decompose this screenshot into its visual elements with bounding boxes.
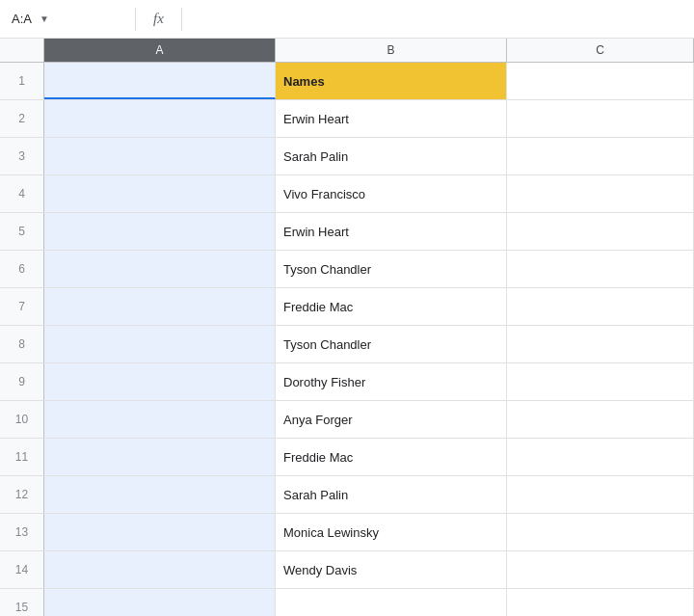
table-row[interactable]: 10Anya Forger <box>0 401 694 439</box>
cell-c-10[interactable] <box>507 401 694 438</box>
table-row[interactable]: 13Monica Lewinsky <box>0 514 694 551</box>
cell-c-11[interactable] <box>507 439 694 475</box>
table-row[interactable]: 12Sarah Palin <box>0 476 694 514</box>
row-number: 10 <box>0 401 44 438</box>
row-number: 3 <box>0 138 44 174</box>
cell-a-4[interactable] <box>44 175 276 212</box>
cell-b-14[interactable]: Wendy Davis <box>276 551 507 588</box>
table-row[interactable]: 8Tyson Chandler <box>0 326 694 363</box>
spreadsheet: A B C 1Names2Erwin Heart3Sarah Palin4Viv… <box>0 39 694 616</box>
cell-c-5[interactable] <box>507 213 694 250</box>
column-headers: A B C <box>0 39 694 63</box>
data-rows: 1Names2Erwin Heart3Sarah Palin4Vivo Fran… <box>0 63 694 616</box>
col-header-c[interactable]: C <box>507 39 694 62</box>
cell-c-4[interactable] <box>507 175 694 212</box>
cell-b-3[interactable]: Sarah Palin <box>276 138 507 174</box>
cell-c-6[interactable] <box>507 251 694 287</box>
table-row[interactable]: 15 <box>0 589 694 616</box>
cell-reference[interactable]: A:A ▼ <box>8 10 123 28</box>
row-number: 7 <box>0 288 44 325</box>
row-number: 2 <box>0 100 44 137</box>
cell-a-3[interactable] <box>44 138 276 174</box>
cell-a-8[interactable] <box>44 326 276 362</box>
cell-c-14[interactable] <box>507 551 694 588</box>
row-number: 4 <box>0 175 44 212</box>
cell-a-2[interactable] <box>44 100 276 137</box>
table-row[interactable]: 11Freddie Mac <box>0 439 694 476</box>
row-number: 9 <box>0 363 44 400</box>
formula-bar: A:A ▼ fx <box>0 0 694 39</box>
row-number: 5 <box>0 213 44 250</box>
cell-c-9[interactable] <box>507 363 694 400</box>
table-row[interactable]: 14Wendy Davis <box>0 551 694 589</box>
cell-c-15[interactable] <box>507 589 694 616</box>
table-row[interactable]: 5Erwin Heart <box>0 213 694 251</box>
cell-a-6[interactable] <box>44 251 276 287</box>
cell-a-1[interactable] <box>44 63 276 99</box>
row-num-header <box>0 39 44 62</box>
table-row[interactable]: 4Vivo Francisco <box>0 175 694 213</box>
cell-b-13[interactable]: Monica Lewinsky <box>276 514 507 550</box>
cell-c-1[interactable] <box>507 63 694 99</box>
cell-b-10[interactable]: Anya Forger <box>276 401 507 438</box>
cell-b-8[interactable]: Tyson Chandler <box>276 326 507 362</box>
formula-bar-divider1 <box>135 8 136 31</box>
cell-a-15[interactable] <box>44 589 276 616</box>
cell-c-13[interactable] <box>507 514 694 550</box>
cell-a-5[interactable] <box>44 213 276 250</box>
row-number: 14 <box>0 551 44 588</box>
cell-b-7[interactable]: Freddie Mac <box>276 288 507 325</box>
cell-a-9[interactable] <box>44 363 276 400</box>
cell-b-4[interactable]: Vivo Francisco <box>276 175 507 212</box>
cell-a-10[interactable] <box>44 401 276 438</box>
cell-a-11[interactable] <box>44 439 276 475</box>
cell-b-5[interactable]: Erwin Heart <box>276 213 507 250</box>
cell-b-6[interactable]: Tyson Chandler <box>276 251 507 287</box>
cell-a-12[interactable] <box>44 476 276 513</box>
table-row[interactable]: 7Freddie Mac <box>0 288 694 326</box>
cell-b-2[interactable]: Erwin Heart <box>276 100 507 137</box>
cell-c-8[interactable] <box>507 326 694 362</box>
cell-b-1[interactable]: Names <box>276 63 507 99</box>
cell-ref-dropdown-icon[interactable]: ▼ <box>40 13 49 24</box>
table-row[interactable]: 6Tyson Chandler <box>0 251 694 288</box>
table-row[interactable]: 9Dorothy Fisher <box>0 363 694 401</box>
row-number: 11 <box>0 439 44 475</box>
cell-b-9[interactable]: Dorothy Fisher <box>276 363 507 400</box>
table-row[interactable]: 1Names <box>0 63 694 100</box>
cell-a-13[interactable] <box>44 514 276 550</box>
cell-a-7[interactable] <box>44 288 276 325</box>
row-number: 8 <box>0 326 44 362</box>
cell-c-3[interactable] <box>507 138 694 174</box>
row-number: 12 <box>0 476 44 513</box>
col-header-a[interactable]: A <box>44 39 276 62</box>
cell-b-12[interactable]: Sarah Palin <box>276 476 507 513</box>
col-header-b[interactable]: B <box>276 39 507 62</box>
table-row[interactable]: 2Erwin Heart <box>0 100 694 138</box>
formula-icon: fx <box>147 11 170 27</box>
row-number: 6 <box>0 251 44 287</box>
formula-bar-divider2 <box>181 8 182 31</box>
cell-b-11[interactable]: Freddie Mac <box>276 439 507 475</box>
cell-b-15[interactable] <box>276 589 507 616</box>
cell-a-14[interactable] <box>44 551 276 588</box>
row-number: 1 <box>0 63 44 99</box>
cell-c-2[interactable] <box>507 100 694 137</box>
cell-c-12[interactable] <box>507 476 694 513</box>
row-number: 15 <box>0 589 44 616</box>
row-number: 13 <box>0 514 44 550</box>
cell-c-7[interactable] <box>507 288 694 325</box>
cell-ref-value: A:A <box>8 10 36 28</box>
table-row[interactable]: 3Sarah Palin <box>0 138 694 175</box>
